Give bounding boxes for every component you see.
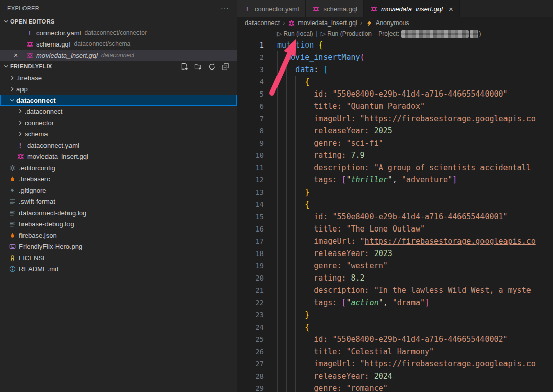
close-icon[interactable]: × <box>14 51 18 59</box>
code-text: id: "550e8400-e29b-41d4-a716-44665544000… <box>264 88 553 100</box>
graphql-icon <box>26 51 34 59</box>
code-line-15[interactable]: 15 id: "550e8400-e29b-41d4-a716-44665544… <box>237 211 553 223</box>
code-text: { <box>264 76 553 88</box>
tree-file-FriendlyFlix-Hero.png[interactable]: FriendlyFlix-Hero.png <box>0 241 237 252</box>
tree-file-.firebaserc[interactable]: .firebaserc <box>0 173 237 185</box>
indent-guide <box>295 211 296 223</box>
chevron-right-icon[interactable] <box>16 130 25 138</box>
open-editor-item-moviedata_insert.gql[interactable]: ×moviedata_insert.gqldataconnect <box>0 50 237 61</box>
code-line-7[interactable]: 7 imageUrl: "https://firebasestorage.goo… <box>237 112 553 125</box>
chevron-down-icon[interactable] <box>2 62 10 71</box>
tree-file-dataconnect.yaml[interactable]: !dataconnect.yaml <box>0 140 237 151</box>
indent-guide <box>286 162 287 174</box>
code-line-11[interactable]: 11 description: "A group of scientists a… <box>237 162 553 174</box>
open-editor-item-connector.yaml[interactable]: !connector.yamldataconnect/connector <box>0 27 237 38</box>
breadcrumb-item-moviedata_insert.gql[interactable]: moviedata_insert.gql <box>288 19 357 27</box>
tab-schema.gql[interactable]: schema.gql <box>306 0 363 17</box>
tree-file-README.md[interactable]: README.md <box>0 263 237 274</box>
close-icon[interactable]: × <box>449 5 453 13</box>
project-section-header[interactable]: FRIENDLYFLIX <box>0 61 237 72</box>
indent-guide <box>295 309 296 321</box>
chevron-down-icon[interactable] <box>2 17 10 26</box>
gear-icon <box>8 164 16 172</box>
code-line-8[interactable]: 8 releaseYear: 2025 <box>237 125 553 137</box>
collapse-folders-icon[interactable] <box>221 62 229 71</box>
code-editor[interactable]: ▷ Run (local) | ▷ Run (Production – Proj… <box>237 29 553 392</box>
chevron-right-icon[interactable] <box>8 85 16 93</box>
tree-file-moviedata_insert.gql[interactable]: moviedata_insert.gql <box>0 151 237 162</box>
indent-guide <box>286 382 287 392</box>
code-line-9[interactable]: 9 genre: "sci-fi" <box>237 137 553 149</box>
file-tree: .firebaseappdataconnect.dataconnectconne… <box>0 72 237 274</box>
breadcrumb-item-Anonymous[interactable]: Anonymous <box>365 19 409 27</box>
indent-guide <box>277 174 278 186</box>
breadcrumb-item-dataconnect[interactable]: dataconnect <box>245 19 280 27</box>
code-line-23[interactable]: 23 } <box>237 309 553 321</box>
tree-file-LICENSE[interactable]: LICENSE <box>0 252 237 263</box>
tab-moviedata_insert.gql[interactable]: moviedata_insert.gql× <box>364 0 460 17</box>
code-line-4[interactable]: 4 { <box>237 76 553 88</box>
code-line-27[interactable]: 27 imageUrl: "https://firebasestorage.go… <box>237 358 553 370</box>
tree-file-.editorconfig[interactable]: .editorconfig <box>0 162 237 173</box>
code-line-10[interactable]: 10 rating: 7.9 <box>237 149 553 162</box>
info-icon <box>8 265 16 273</box>
code-text: imageUrl: "https://firebasestorage.googl… <box>264 112 553 125</box>
indent-guide <box>277 223 278 235</box>
indent-guide <box>305 162 305 174</box>
tree-folder-dataconnect[interactable]: dataconnect <box>0 95 237 106</box>
code-line-21[interactable]: 21 description: "In the lawless Wild Wes… <box>237 284 553 296</box>
indent-guide <box>305 284 305 296</box>
code-line-18[interactable]: 18 releaseYear: 2023 <box>237 247 553 260</box>
code-line-3[interactable]: 3 data: [ <box>237 63 553 76</box>
item-label: dataconnect.yaml <box>27 142 79 149</box>
new-folder-icon[interactable] <box>194 62 202 71</box>
indent-guide <box>305 125 305 137</box>
run-local-link[interactable]: ▷ Run (local) <box>277 29 313 39</box>
code-line-14[interactable]: 14 { <box>237 198 553 211</box>
more-actions-icon[interactable]: ··· <box>221 4 229 12</box>
code-line-13[interactable]: 13 } <box>237 186 553 198</box>
code-line-22[interactable]: 22 tags: ["action", "drama"] <box>237 296 553 309</box>
tree-file-dataconnect-debug.log[interactable]: dataconnect-debug.log <box>0 207 237 218</box>
tree-file-.swift-format[interactable]: .swift-format <box>0 196 237 207</box>
code-line-24[interactable]: 24 { <box>237 321 553 333</box>
code-line-29[interactable]: 29 genre: "romance" <box>237 382 553 392</box>
file-name: connector.yaml <box>36 29 81 37</box>
line-number: 27 <box>237 358 264 370</box>
chevron-right-icon[interactable] <box>16 119 25 127</box>
chevron-right-icon[interactable] <box>8 74 16 82</box>
code-line-28[interactable]: 28 releaseYear: 2024 <box>237 370 553 382</box>
code-line-20[interactable]: 20 rating: 8.2 <box>237 272 553 284</box>
tree-file-.gitignore[interactable]: .gitignore <box>0 185 237 196</box>
code-line-1[interactable]: 1mutation { <box>237 39 553 51</box>
code-line-17[interactable]: 17 imageUrl: "https://firebasestorage.go… <box>237 235 553 247</box>
code-line-26[interactable]: 26 title: "Celestial Harmony" <box>237 345 553 358</box>
code-line-12[interactable]: 12 tags: ["thriller", "adventure"] <box>237 174 553 186</box>
tree-folder-.firebase[interactable]: .firebase <box>0 72 237 83</box>
tree-folder-.dataconnect[interactable]: .dataconnect <box>0 106 237 117</box>
code-line-2[interactable]: 2 movie_insertMany( <box>237 51 553 63</box>
chevron-right-icon[interactable] <box>16 107 25 116</box>
code-line-6[interactable]: 6 title: "Quantum Paradox" <box>237 100 553 112</box>
yaml-warning-icon: ! <box>16 141 25 149</box>
code-line-25[interactable]: 25 id: "550e8400-e29b-41d4-a716-44665544… <box>237 333 553 345</box>
tree-folder-connector[interactable]: connector <box>0 117 237 128</box>
code-line-5[interactable]: 5 id: "550e8400-e29b-41d4-a716-446655440… <box>237 88 553 100</box>
indent-guide <box>286 174 287 186</box>
chevron-down-icon[interactable] <box>8 96 16 104</box>
refresh-explorer-icon[interactable] <box>208 62 216 71</box>
tab-connector.yaml[interactable]: !connector.yaml <box>237 0 306 17</box>
open-editor-item-schema.gql[interactable]: schema.gqldataconnect/schema <box>0 38 237 50</box>
new-file-icon[interactable] <box>180 62 188 71</box>
run-production-link[interactable]: ▷ Run (Production – Project: ) <box>321 29 481 39</box>
file-path: dataconnect/connector <box>84 29 146 36</box>
tree-file-firebase.json[interactable]: firebase.json <box>0 229 237 241</box>
tree-file-firebase-debug.log[interactable]: firebase-debug.log <box>0 218 237 229</box>
tree-folder-schema[interactable]: schema <box>0 128 237 140</box>
tree-folder-app[interactable]: app <box>0 83 237 95</box>
tab-bar: !connector.yamlschema.gqlmoviedata_inser… <box>237 0 553 17</box>
line-number: 1 <box>237 39 264 51</box>
code-line-19[interactable]: 19 genre: "western" <box>237 260 553 272</box>
open-editors-header[interactable]: OPEN EDITORS <box>0 16 237 27</box>
code-line-16[interactable]: 16 title: "The Lone Outlaw" <box>237 223 553 235</box>
